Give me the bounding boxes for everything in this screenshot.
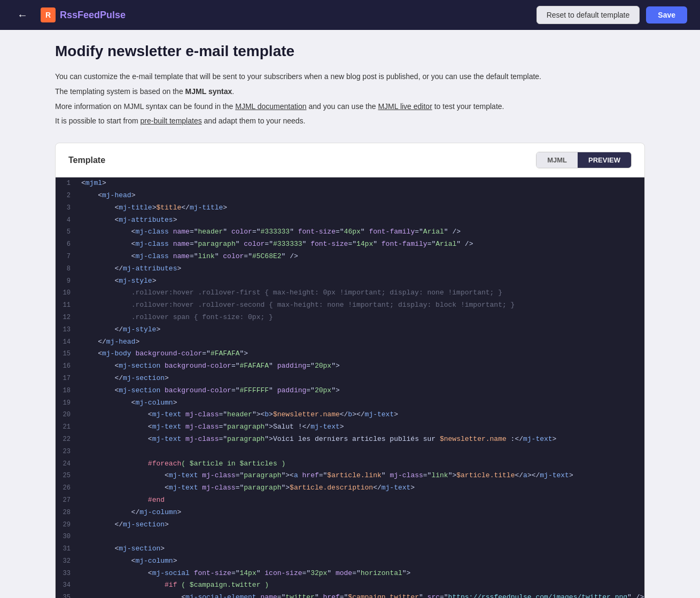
line-content: <mj-text mj-class="paragraph">$article.d… bbox=[77, 482, 644, 494]
line-number: 26 bbox=[56, 483, 77, 494]
line-number: 21 bbox=[56, 422, 77, 433]
code-line: 8 </mj-attributes> bbox=[56, 263, 644, 275]
prebuilt-templates-link[interactable]: pre-built templates bbox=[141, 117, 202, 125]
code-line: 34 #if ( $campaign.twitter ) bbox=[56, 579, 644, 592]
code-line: 3 <mj-title>$title</mj-title> bbox=[56, 202, 644, 214]
line-content: <mj-section background-color="#FAFAFA" p… bbox=[77, 360, 644, 372]
line-content: <mj-body background-color="#FAFAFA"> bbox=[77, 348, 644, 360]
code-line: 31 <mj-section> bbox=[56, 543, 644, 555]
line-number: 30 bbox=[56, 531, 77, 542]
line-content: .rollover:hover .rollover-first { max-he… bbox=[77, 287, 644, 299]
code-line: 13 </mj-style> bbox=[56, 324, 644, 336]
code-line: 20 <mj-text mj-class="header"><b>$newsle… bbox=[56, 409, 644, 421]
line-number: 34 bbox=[56, 580, 77, 591]
app-name: RssFeedPulse bbox=[60, 10, 126, 21]
nav-right: Reset to default template Save bbox=[536, 6, 687, 24]
line-content: <mj-text mj-class="paragraph"><a href="$… bbox=[77, 470, 644, 482]
line-number: 2 bbox=[56, 190, 77, 201]
line-content: </mj-head> bbox=[77, 336, 644, 348]
reset-template-button[interactable]: Reset to default template bbox=[536, 6, 640, 24]
code-line: 33 <mj-social font-size="14px" icon-size… bbox=[56, 568, 644, 580]
code-line: 17 </mj-section> bbox=[56, 372, 644, 385]
line-content: <mj-text mj-class="paragraph">Voici les … bbox=[77, 433, 644, 446]
code-line: 14 </mj-head> bbox=[56, 336, 644, 348]
line-number: 35 bbox=[56, 592, 77, 598]
code-line: 24 #foreach( $article in $articles ) bbox=[56, 458, 644, 470]
line-content: <mj-title>$title</mj-title> bbox=[77, 202, 644, 214]
line-content: <mj-social-element name="twitter" href="… bbox=[77, 592, 644, 598]
desc2-prefix: The templating system is based on the bbox=[55, 87, 185, 96]
line-number: 29 bbox=[56, 519, 77, 531]
mjml-editor-link[interactable]: MJML live editor bbox=[378, 102, 432, 111]
code-line: 10 .rollover:hover .rollover-first { max… bbox=[56, 287, 644, 299]
line-number: 10 bbox=[56, 288, 77, 299]
line-number: 18 bbox=[56, 385, 77, 397]
line-content: <mj-column> bbox=[77, 555, 644, 568]
line-content: <mjml> bbox=[77, 177, 644, 190]
desc3-suffix: to test your template. bbox=[432, 102, 504, 111]
code-line: 9 <mj-style> bbox=[56, 275, 644, 288]
desc4-suffix: and adapt them to your needs. bbox=[202, 117, 306, 125]
line-number: 14 bbox=[56, 337, 77, 348]
line-content: <mj-head> bbox=[77, 190, 644, 202]
line-content: <mj-class name="header" color="#333333" … bbox=[77, 226, 644, 238]
line-content: <mj-section background-color="#FFFFFF" p… bbox=[77, 385, 644, 397]
line-content: #end bbox=[77, 494, 644, 507]
line-content: <mj-class name="paragraph" color="#33333… bbox=[77, 238, 644, 251]
line-content: #foreach( $article in $articles ) bbox=[77, 458, 644, 470]
line-number: 31 bbox=[56, 543, 77, 555]
line-content: <mj-class name="link" color="#5C68E2" /> bbox=[77, 251, 644, 263]
code-line: 28 </mj-column> bbox=[56, 507, 644, 519]
line-number: 23 bbox=[56, 446, 77, 457]
line-content: </mj-attributes> bbox=[77, 263, 644, 275]
code-line: 7 <mj-class name="link" color="#5C68E2" … bbox=[56, 251, 644, 263]
line-number: 24 bbox=[56, 459, 77, 470]
line-number: 20 bbox=[56, 409, 77, 421]
code-line: 16 <mj-section background-color="#FAFAFA… bbox=[56, 360, 644, 372]
line-content: <mj-text mj-class="paragraph">Salut !</m… bbox=[77, 421, 644, 433]
line-number: 4 bbox=[56, 215, 77, 226]
line-content: </mj-column> bbox=[77, 507, 644, 519]
logo-area: R RssFeedPulse bbox=[41, 7, 126, 22]
line-number: 32 bbox=[56, 556, 77, 567]
code-editor[interactable]: 1<mjml>2 <mj-head>3 <mj-title>$title</mj… bbox=[56, 177, 644, 598]
code-line: 27 #end bbox=[56, 494, 644, 507]
line-number: 5 bbox=[56, 227, 77, 238]
line-content: .rollover span { font-size: 0px; } bbox=[77, 312, 644, 324]
line-content: .rollover:hover .rollover-second { max-h… bbox=[77, 299, 644, 312]
description-4: It is possible to start from pre-built t… bbox=[55, 115, 645, 128]
code-line: 1<mjml> bbox=[56, 177, 644, 190]
template-label: Template bbox=[68, 156, 105, 165]
line-number: 28 bbox=[56, 507, 77, 518]
line-number: 22 bbox=[56, 434, 77, 445]
code-line: 32 <mj-column> bbox=[56, 555, 644, 568]
desc2-bold: MJML syntax bbox=[185, 87, 232, 96]
code-line: 18 <mj-section background-color="#FFFFFF… bbox=[56, 385, 644, 397]
line-number: 11 bbox=[56, 300, 77, 311]
line-number: 15 bbox=[56, 348, 77, 360]
tab-preview[interactable]: PREVIEW bbox=[578, 152, 631, 168]
line-number: 12 bbox=[56, 312, 77, 323]
description-1: You can customize the e-mail template th… bbox=[55, 71, 645, 83]
code-line: 12 .rollover span { font-size: 0px; } bbox=[56, 312, 644, 324]
code-line: 29 </mj-section> bbox=[56, 519, 644, 531]
save-button[interactable]: Save bbox=[646, 6, 687, 24]
line-content: </mj-section> bbox=[77, 519, 644, 531]
code-line: 4 <mj-attributes> bbox=[56, 214, 644, 227]
nav-left: ← R RssFeedPulse bbox=[13, 7, 126, 24]
mjml-docs-link[interactable]: MJML documentation bbox=[235, 102, 306, 111]
description-3: More information on MJML syntax can be f… bbox=[55, 100, 645, 113]
description-2: The templating system is based on the MJ… bbox=[55, 86, 645, 98]
back-button[interactable]: ← bbox=[13, 7, 32, 24]
line-number: 7 bbox=[56, 251, 77, 262]
code-line: 23 bbox=[56, 446, 644, 458]
line-number: 8 bbox=[56, 263, 77, 275]
line-content: </mj-section> bbox=[77, 372, 644, 385]
line-number: 25 bbox=[56, 470, 77, 481]
line-content bbox=[77, 531, 644, 543]
code-line: 26 <mj-text mj-class="paragraph">$articl… bbox=[56, 482, 644, 494]
tab-mjml[interactable]: MJML bbox=[536, 152, 578, 168]
code-line: 11 .rollover:hover .rollover-second { ma… bbox=[56, 299, 644, 312]
code-line: 22 <mj-text mj-class="paragraph">Voici l… bbox=[56, 433, 644, 446]
desc3-prefix: More information on MJML syntax can be f… bbox=[55, 102, 235, 111]
